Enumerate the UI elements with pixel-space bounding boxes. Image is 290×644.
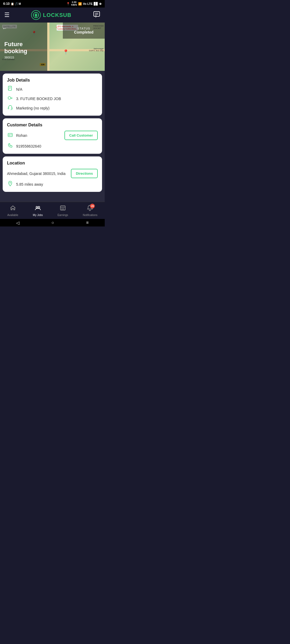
- svg-rect-5: [33, 15, 34, 15]
- android-navigation: ◁ ○ ≡: [0, 219, 105, 226]
- location-distance-row: 5.85 miles away: [7, 181, 98, 188]
- nav-earnings[interactable]: Earnings: [57, 205, 68, 217]
- location-card: Location Ahmedabad, Gujarat 380015, Indi…: [3, 156, 102, 192]
- key-icon: [7, 95, 13, 102]
- customer-details-title: Customer Details: [7, 123, 98, 127]
- android-menu[interactable]: ≡: [86, 220, 89, 225]
- phone-icon: [7, 143, 13, 149]
- svg-rect-41: [63, 209, 63, 210]
- booking-pincode: 380015: [4, 56, 43, 59]
- notification-badge: 29: [90, 204, 95, 208]
- svg-rect-40: [62, 209, 63, 210]
- svg-rect-6: [38, 15, 39, 15]
- earnings-label: Earnings: [57, 214, 68, 217]
- job-item-2: 3. FUTURE BOOKED JOB: [7, 95, 98, 102]
- svg-rect-9: [94, 12, 100, 16]
- available-label: Available: [7, 214, 18, 217]
- svg-point-30: [10, 182, 11, 183]
- svg-rect-39: [61, 209, 62, 210]
- doc-icon: [7, 86, 13, 93]
- android-back[interactable]: ◁: [16, 220, 19, 225]
- directions-button[interactable]: Directions: [71, 169, 98, 178]
- notifications-label: Notifications: [83, 214, 97, 217]
- svg-marker-13: [96, 16, 97, 18]
- back-button[interactable]: ←: [2, 26, 7, 31]
- svg-rect-14: [8, 86, 12, 90]
- main-content: Job Details N/A 3. FUTURE BOOKED JOB Mar…: [0, 71, 105, 202]
- job-item-2-text: 3. FUTURE BOOKED JOB: [16, 97, 61, 101]
- app-logo: LOCKSUB: [31, 10, 71, 20]
- job-item-1: N/A: [7, 86, 98, 93]
- nav-myjobs[interactable]: My Jobs: [33, 205, 43, 217]
- home-icon: [10, 205, 16, 213]
- customer-details-card: Customer Details Rohan Call Customer 919…: [3, 118, 102, 154]
- status-value: Completed: [74, 30, 93, 34]
- svg-rect-4: [36, 17, 36, 18]
- location-address: Ahmedabad, Gujarat 380015, India: [7, 171, 68, 176]
- customer-phone-row: 919558632640: [7, 143, 98, 149]
- bus-label: Nehrunagar GSRTC Bus Stop: [89, 48, 104, 52]
- job-item-1-text: N/A: [16, 87, 22, 92]
- myjobs-icon: [35, 205, 41, 213]
- android-home[interactable]: ○: [51, 220, 54, 225]
- status-icons: 📍 2.00 KB/S 📶 Vo LTE ▊▊ ⊕: [66, 1, 102, 6]
- hamburger-button[interactable]: ☰: [4, 12, 10, 19]
- bottom-navigation: Available My Jobs Earnings 29 Notificati…: [0, 202, 105, 219]
- call-customer-button[interactable]: Call Customer: [64, 131, 98, 140]
- svg-rect-38: [64, 208, 64, 208]
- customer-name: Rohan: [16, 133, 27, 138]
- destination-pin: 📍: [63, 49, 69, 55]
- svg-point-31: [36, 206, 38, 208]
- myjobs-label: My Jobs: [33, 214, 43, 217]
- nav-available[interactable]: Available: [7, 205, 18, 217]
- job-item-3: Marketing (no reply): [7, 105, 98, 111]
- id-icon: [7, 132, 13, 139]
- location-address-row: Ahmedabad, Gujarat 380015, India Directi…: [7, 169, 98, 178]
- nav-notifications[interactable]: 29 Notifications: [83, 205, 97, 217]
- map-view: SATELLITE PANCHSH SOCIET 📍 ITC Narmada, …: [0, 23, 105, 71]
- svg-point-20: [8, 97, 11, 99]
- svg-rect-37: [63, 208, 63, 208]
- status-time: 6:10 📋 🎵 M: [3, 2, 21, 6]
- status-label: STATUS: [77, 27, 90, 30]
- status-bar: 6:10 📋 🎵 M 📍 2.00 KB/S 📶 Vo LTE ▊▊ ⊕: [0, 0, 105, 8]
- svg-rect-36: [62, 208, 63, 208]
- headset-icon: [7, 105, 13, 111]
- customer-name-group: Rohan: [7, 132, 27, 139]
- svg-rect-35: [61, 208, 62, 208]
- svg-rect-24: [8, 108, 9, 109]
- job-details-title: Job Details: [7, 78, 98, 83]
- svg-point-32: [38, 206, 40, 208]
- location-distance: 5.85 miles away: [16, 182, 43, 186]
- customer-phone: 919558632640: [16, 144, 41, 148]
- map-overlay-right: STATUS Completed: [63, 23, 105, 39]
- booking-title: Future booking: [4, 41, 43, 55]
- map-overlay-left: ← Future booking 380015: [0, 23, 47, 71]
- svg-rect-42: [64, 209, 64, 210]
- svg-point-27: [9, 134, 10, 136]
- app-header: ☰ LOCKSUB: [0, 8, 105, 23]
- earnings-icon: [60, 205, 66, 213]
- job-details-card: Job Details N/A 3. FUTURE BOOKED JOB Mar…: [3, 74, 102, 116]
- svg-rect-3: [36, 12, 36, 13]
- location-pin-icon: [7, 181, 13, 188]
- bell-icon: 29: [87, 205, 93, 213]
- job-item-3-text: Marketing (no reply): [16, 106, 50, 110]
- location-title: Location: [7, 161, 98, 166]
- customer-name-row: Rohan Call Customer: [7, 131, 98, 140]
- chat-button[interactable]: [93, 11, 100, 20]
- svg-rect-25: [12, 108, 12, 109]
